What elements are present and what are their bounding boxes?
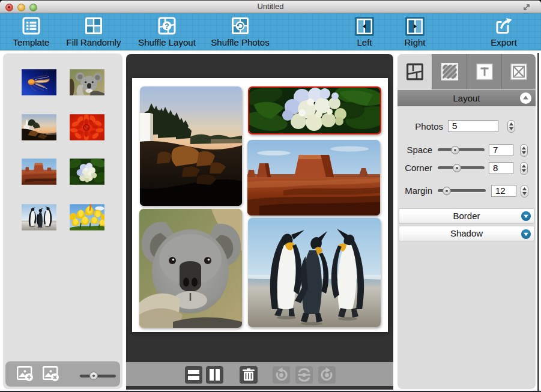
svg-text:?: ?	[165, 22, 169, 31]
